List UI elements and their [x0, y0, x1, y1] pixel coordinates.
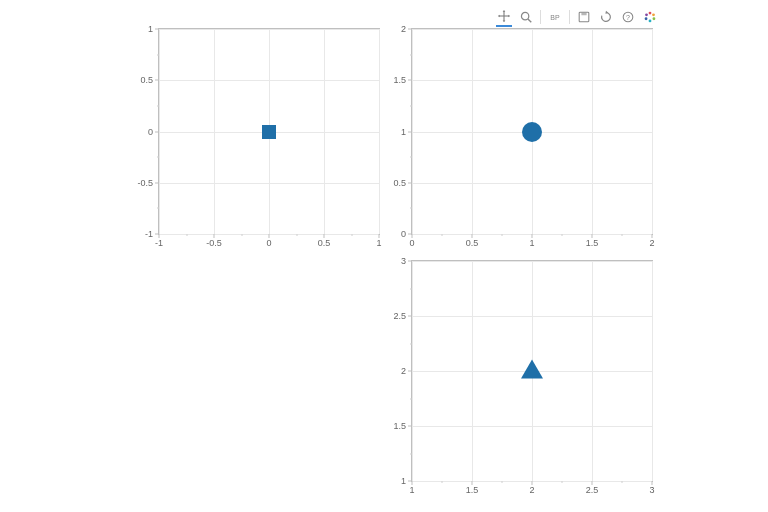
- svg-point-13: [645, 13, 648, 16]
- xtick: 0: [266, 234, 271, 248]
- panel-top-left: 1 0.5 0 -0.5 -1 -1 -0.5 0 0.5 1: [130, 28, 380, 253]
- xtick: 2: [649, 234, 654, 248]
- circle-marker: [522, 122, 542, 142]
- box-zoom-tool[interactable]: [518, 9, 534, 25]
- toolbar-separator: [569, 10, 570, 24]
- help-tool[interactable]: ?: [620, 9, 636, 25]
- ytick: 0.5: [140, 75, 159, 85]
- svg-text:BP: BP: [550, 14, 560, 21]
- xtick: 1: [409, 481, 414, 495]
- pan-tool[interactable]: [496, 8, 512, 27]
- square-marker: [262, 125, 276, 139]
- ytick: 1: [401, 127, 412, 137]
- xtick: 3: [649, 481, 654, 495]
- panel-top-right: 2 1.5 1 0.5 0 0 0.5 1 1.5 2: [383, 28, 653, 253]
- svg-point-9: [652, 13, 655, 16]
- reset-tool[interactable]: [598, 9, 614, 25]
- figure-stage: BP ?: [0, 0, 768, 512]
- xtick: 2: [529, 481, 534, 495]
- plot-toolbar: BP ?: [496, 8, 658, 26]
- ytick: -0.5: [137, 178, 159, 188]
- svg-line-1: [528, 19, 531, 22]
- ytick: 0: [148, 127, 159, 137]
- save-tool[interactable]: [576, 9, 592, 25]
- svg-point-10: [653, 17, 656, 20]
- bokeh-logo[interactable]: [642, 9, 658, 25]
- triangle-marker: [521, 360, 543, 379]
- svg-text:?: ?: [626, 14, 630, 21]
- plot-area[interactable]: 3 2.5 2 1.5 1 1 1.5 2 2.5 3: [411, 260, 653, 482]
- plot-area[interactable]: 2 1.5 1 0.5 0 0 0.5 1 1.5 2: [411, 28, 653, 235]
- plot-area[interactable]: 1 0.5 0 -0.5 -1 -1 -0.5 0 0.5 1: [158, 28, 380, 235]
- panel-bottom-right: 3 2.5 2 1.5 1 1 1.5 2 2.5 3: [383, 260, 653, 500]
- ytick: 3: [401, 256, 412, 266]
- ytick: 2: [401, 366, 412, 376]
- svg-point-11: [649, 20, 652, 23]
- ytick: 2: [401, 24, 412, 34]
- svg-point-12: [645, 17, 648, 20]
- svg-point-8: [649, 12, 652, 15]
- toolbar-separator: [540, 10, 541, 24]
- xtick: 1: [376, 234, 381, 248]
- ytick: 1.5: [393, 75, 412, 85]
- xtick: 1: [529, 234, 534, 248]
- ytick: 2.5: [393, 311, 412, 321]
- xtick: 1.5: [586, 234, 599, 248]
- svg-point-0: [521, 12, 528, 19]
- xtick: 0.5: [318, 234, 331, 248]
- box-edit-tool[interactable]: BP: [547, 9, 563, 25]
- xtick: 2.5: [586, 481, 599, 495]
- xtick: 1.5: [466, 481, 479, 495]
- svg-rect-4: [581, 13, 586, 16]
- xtick: 0: [409, 234, 414, 248]
- ytick: 1.5: [393, 421, 412, 431]
- ytick: 1: [148, 24, 159, 34]
- ytick: 0.5: [393, 178, 412, 188]
- xtick: -1: [155, 234, 163, 248]
- xtick: -0.5: [206, 234, 222, 248]
- xtick: 0.5: [466, 234, 479, 248]
